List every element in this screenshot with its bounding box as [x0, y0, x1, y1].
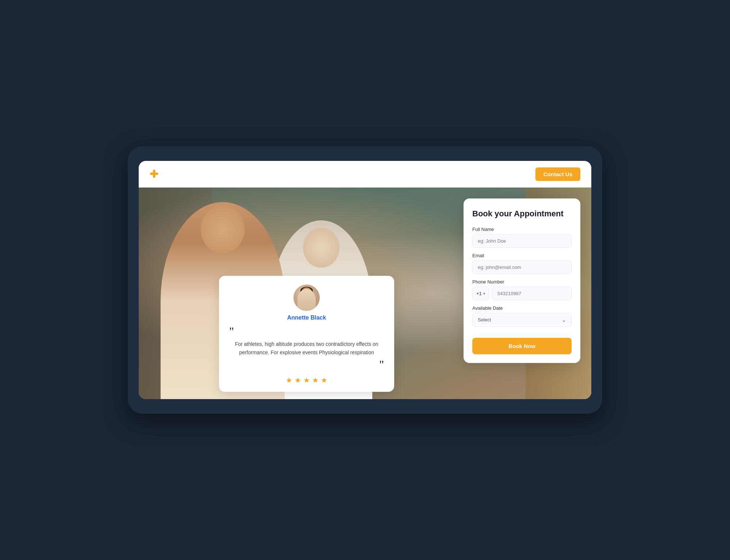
logo-icon: ✚	[150, 168, 158, 180]
star-2: ★	[295, 376, 301, 385]
date-group: Available Date Select ⌄	[472, 305, 572, 327]
email-label: Email	[472, 253, 572, 258]
contact-us-button[interactable]: Contact Us	[535, 167, 580, 181]
date-select-text: Select	[478, 317, 491, 323]
close-quote-icon: "	[229, 358, 384, 371]
tablet-screen: ✚ Contact Us Book your Appointment Full …	[139, 161, 591, 399]
header: ✚ Contact Us	[139, 161, 591, 188]
hero-section: Book your Appointment Full Name Email Ph…	[139, 188, 591, 399]
phone-label: Phone Number	[472, 279, 572, 285]
country-code-selector[interactable]: +1 ▾	[472, 287, 489, 300]
avatar-body	[297, 289, 316, 311]
chevron-down-icon: ▾	[483, 291, 485, 296]
avatar	[293, 285, 320, 311]
full-name-group: Full Name	[472, 227, 572, 248]
star-1: ★	[286, 376, 292, 385]
form-title: Book your Appointment	[472, 209, 572, 219]
country-code-value: +1	[476, 291, 482, 296]
star-rating: ★ ★ ★ ★ ★	[229, 376, 384, 385]
email-group: Email	[472, 253, 572, 274]
star-5: ★	[321, 376, 327, 385]
full-name-label: Full Name	[472, 227, 572, 232]
date-select[interactable]: Select ⌄	[472, 313, 572, 327]
book-now-button[interactable]: Book Now	[472, 338, 572, 354]
tablet-frame: ✚ Contact Us Book your Appointment Full …	[128, 146, 602, 414]
testimonial-card: Annette Black " For athletes, high altit…	[219, 276, 394, 392]
full-name-input[interactable]	[472, 234, 572, 248]
open-quote-icon: "	[229, 325, 384, 337]
chevron-down-icon: ⌄	[562, 317, 566, 323]
phone-number-input[interactable]	[492, 287, 572, 300]
email-input[interactable]	[472, 260, 572, 274]
booking-form: Book your Appointment Full Name Email Ph…	[464, 198, 580, 363]
phone-group: Phone Number +1 ▾	[472, 279, 572, 300]
phone-row: +1 ▾	[472, 287, 572, 300]
testimonial-text: For athletes, high altitude produces two…	[229, 340, 384, 356]
star-3: ★	[303, 376, 310, 385]
testimonial-person-name: Annette Black	[229, 314, 384, 321]
date-label: Available Date	[472, 305, 572, 311]
star-4: ★	[312, 376, 319, 385]
